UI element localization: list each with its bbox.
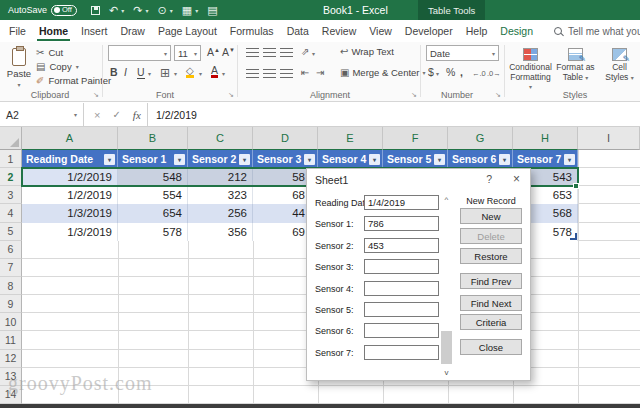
tell-me-search[interactable]: Tell me what you want to do [554,26,640,37]
column-header[interactable]: C [188,127,253,150]
cell-C4[interactable]: 256 [188,204,253,222]
field-input[interactable]: 453 [364,238,439,253]
field-input[interactable] [364,323,439,338]
filter-icon[interactable]: ▾ [369,154,380,165]
dialog-button[interactable]: Criteria [460,314,522,330]
row-number[interactable]: 4 [0,204,22,222]
align-center-icon[interactable] [263,69,276,78]
row-number[interactable]: 6 [0,241,22,259]
comma-format-icon[interactable]: , [460,66,463,78]
touch-caret-icon[interactable]: ▾ [170,7,173,14]
column-header[interactable]: E [318,127,383,150]
filter-icon[interactable]: ▾ [564,154,575,165]
ribbon-tab[interactable]: Developer [405,20,453,42]
redo-caret-icon[interactable]: ▾ [145,7,148,14]
dialog-title-bar[interactable]: Sheet1 [307,169,530,191]
insert-function-icon[interactable]: fx [133,109,141,121]
borders-icon[interactable]: ⊞ [160,66,170,80]
dialog-button[interactable]: Restore [460,248,522,264]
select-all-corner[interactable] [0,127,22,150]
align-bottom-icon[interactable] [280,48,293,57]
dialog-help-button[interactable]: ? [486,173,492,185]
cell-B5[interactable]: 578 [118,223,188,241]
filter-icon[interactable]: ▾ [434,154,445,165]
ribbon-tab[interactable]: Data [287,20,309,42]
filter-icon[interactable]: ▾ [304,154,315,165]
table-header-cell[interactable]: Sensor 5 ▾ [383,150,448,168]
row-number[interactable]: 8 [0,277,22,295]
filter-icon[interactable]: ▾ [239,154,250,165]
autosave-toggle[interactable]: AutoSave Off [8,5,77,16]
dialog-scrollbar[interactable]: ^ v [440,195,453,377]
filter-icon[interactable]: ▾ [499,154,510,165]
field-input[interactable] [364,259,439,274]
table-header-cell[interactable]: Sensor 7 ▾ [513,150,578,168]
bold-button[interactable]: B [110,66,118,78]
underline-caret-icon[interactable]: ▾ [148,70,151,77]
table-resize-handle[interactable] [570,233,577,240]
column-header[interactable]: G [448,127,513,150]
autosave-pill[interactable]: Off [51,5,77,16]
table-header-cell[interactable]: Sensor 6 ▾ [448,150,513,168]
wrap-text-button[interactable]: ↩ Wrap Text [340,46,394,57]
column-header[interactable]: A [22,127,118,150]
decrease-decimal-icon[interactable]: .0→ [487,69,501,78]
column-header[interactable]: F [383,127,448,150]
copy-button[interactable]: ▤ Copy ▾ [36,60,79,73]
cell-B3[interactable]: 554 [118,186,188,204]
scrollbar-thumb[interactable] [441,331,452,364]
currency-caret-icon[interactable]: ▾ [436,70,439,77]
decrease-indent-icon[interactable]: ⇤ [301,67,309,78]
ribbon-tab[interactable]: Draw [120,20,145,42]
form-tool-icon[interactable]: ▤ [207,4,217,17]
row-number[interactable]: 5 [0,223,22,241]
font-color-caret-icon[interactable]: ▾ [222,70,225,77]
dialog-button[interactable]: Find Prev [460,273,522,289]
filter-icon[interactable]: ▾ [104,154,115,165]
fill-handle[interactable] [573,183,579,189]
increase-decimal-icon[interactable]: ←.0 [472,69,486,78]
align-top-icon[interactable] [246,48,259,57]
undo-caret-icon[interactable]: ▾ [121,7,124,14]
row-number[interactable]: 10 [0,313,22,331]
table-tool-icon[interactable]: ▦ [182,4,192,17]
alignment-dialog-launcher-icon[interactable]: ↘ [411,91,417,99]
dialog-button[interactable]: New [460,208,522,224]
cut-button[interactable]: ✂ Cut [36,46,63,59]
cell-C2[interactable]: 212 [188,168,253,186]
align-left-icon[interactable] [246,69,259,78]
enter-icon[interactable]: ✓ [112,109,120,120]
name-box[interactable]: A2 ▾ [0,103,84,126]
ribbon-tab[interactable]: Page Layout [158,20,217,42]
orientation-caret-icon[interactable]: ▾ [312,50,315,57]
row-number[interactable]: 12 [0,350,22,368]
touch-mode-icon[interactable]: ⊙ [158,4,167,17]
ribbon-tab[interactable]: File [9,20,26,42]
cancel-icon[interactable]: × [94,109,100,121]
field-input[interactable]: 1/4/2019 [364,195,439,210]
orientation-icon[interactable]: ⇗ [301,46,309,57]
ribbon-tab[interactable]: Formulas [230,20,274,42]
increase-indent-icon[interactable]: ⇥ [316,67,324,78]
table-header-cell[interactable]: Sensor 4 ▾ [318,150,383,168]
cell-A4[interactable]: 1/3/2019 [22,204,118,222]
fill-color-icon[interactable]: ◇ [186,66,194,78]
dialog-close-button[interactable]: × [513,172,520,186]
cell-B4[interactable]: 654 [118,204,188,222]
field-input[interactable] [364,302,439,317]
borders-caret-icon[interactable]: ▾ [174,70,177,77]
ribbon-tab[interactable]: View [369,20,392,42]
row-number[interactable]: 2 [0,168,22,186]
table-caret-icon[interactable]: ▾ [195,7,198,14]
scroll-up-icon[interactable]: ^ [440,195,453,204]
row-number[interactable]: 3 [0,186,22,204]
ribbon-tab[interactable]: Help [466,20,488,42]
field-input[interactable] [364,281,439,296]
save-icon[interactable] [91,6,100,15]
underline-button[interactable]: U [137,66,145,79]
merge-center-button[interactable]: ▣ Merge & Center ▾ [340,67,426,78]
scroll-down-icon[interactable]: v [440,368,453,377]
filter-icon[interactable]: ▾ [174,154,185,165]
column-header[interactable]: H [513,127,578,150]
redo-icon[interactable]: ↷ [133,4,142,17]
